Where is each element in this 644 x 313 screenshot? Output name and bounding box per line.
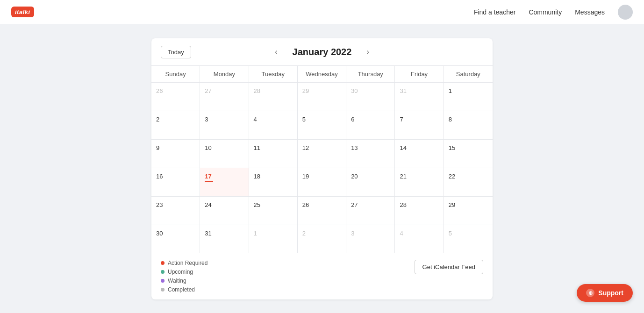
- calendar-day[interactable]: 4: [249, 111, 298, 139]
- day-header-sunday: Sunday: [151, 66, 200, 82]
- calendar-day[interactable]: 27: [200, 83, 249, 111]
- calendar-day[interactable]: 6: [346, 111, 395, 139]
- calendar-day[interactable]: 2: [298, 225, 346, 253]
- day-header-tuesday: Tuesday: [249, 66, 298, 82]
- calendar-grid: SundayMondayTuesdayWednesdayThursdayFrid…: [151, 65, 493, 253]
- day-header-saturday: Saturday: [444, 66, 493, 82]
- support-label: Support: [598, 289, 623, 297]
- calendar-day[interactable]: 24: [200, 197, 249, 225]
- legend-label: Completed: [168, 286, 195, 293]
- calendar-week: 9101112131415: [151, 140, 493, 168]
- calendar-day[interactable]: 4: [395, 225, 444, 253]
- calendar-day[interactable]: 28: [249, 83, 298, 111]
- logo[interactable]: italki: [11, 7, 34, 17]
- calendar-day[interactable]: 1: [249, 225, 298, 253]
- calendar-day[interactable]: 22: [444, 168, 493, 196]
- community-link[interactable]: Community: [529, 8, 562, 16]
- prev-month-button[interactable]: ‹: [271, 46, 281, 58]
- calendar-week: 2345678: [151, 111, 493, 140]
- calendar-day[interactable]: 21: [395, 168, 444, 196]
- legend-item: Action Required: [161, 260, 208, 266]
- day-number: 10: [205, 144, 211, 151]
- day-number: 29: [302, 87, 309, 94]
- ical-button[interactable]: Get iCalendar Feed: [415, 260, 483, 274]
- day-number: 25: [254, 201, 260, 208]
- legend-items: Action RequiredUpcomingWaitingCompleted: [161, 260, 208, 293]
- calendar-day[interactable]: 10: [200, 140, 249, 168]
- calendar-week: 303112345: [151, 225, 493, 253]
- calendar-day[interactable]: 18: [249, 168, 298, 196]
- day-number: 22: [449, 173, 455, 180]
- day-number: 28: [400, 201, 406, 208]
- day-number: 4: [400, 230, 403, 237]
- day-number: 29: [449, 201, 455, 208]
- legend-label: Upcoming: [168, 269, 193, 275]
- avatar[interactable]: [618, 5, 633, 20]
- day-header-thursday: Thursday: [346, 66, 395, 82]
- calendar-day[interactable]: 29: [298, 83, 346, 111]
- calendar-day[interactable]: 2: [151, 111, 200, 139]
- day-number: 8: [449, 116, 452, 123]
- legend-dot: [161, 270, 165, 274]
- day-number: 16: [156, 173, 163, 180]
- calendar-day[interactable]: 12: [298, 140, 346, 168]
- calendar-day[interactable]: 1: [444, 83, 493, 111]
- calendar-day[interactable]: 7: [395, 111, 444, 139]
- day-number: 2: [302, 230, 306, 237]
- day-number: 4: [254, 116, 257, 123]
- calendar-day[interactable]: 5: [298, 111, 346, 139]
- days-header: SundayMondayTuesdayWednesdayThursdayFrid…: [151, 66, 493, 83]
- calendar-day[interactable]: 13: [346, 140, 395, 168]
- calendar-day[interactable]: 28: [395, 197, 444, 225]
- find-teacher-link[interactable]: Find a teacher: [474, 8, 516, 16]
- day-number: 27: [351, 201, 358, 208]
- calendar-day[interactable]: 30: [346, 83, 395, 111]
- today-button[interactable]: Today: [161, 46, 191, 58]
- calendar-day[interactable]: 27: [346, 197, 395, 225]
- day-number: 13: [351, 144, 358, 151]
- day-number: 31: [400, 87, 406, 94]
- calendar-day[interactable]: 17: [200, 168, 249, 196]
- day-number: 11: [254, 144, 260, 151]
- day-number: 3: [205, 116, 208, 123]
- day-number: 2: [156, 116, 159, 123]
- calendar-header: Today ‹ January 2022 ›: [151, 38, 493, 65]
- calendar-day[interactable]: 31: [395, 83, 444, 111]
- day-number: 28: [254, 87, 260, 94]
- day-number: 19: [302, 173, 309, 180]
- day-number: 15: [449, 144, 455, 151]
- calendar-day[interactable]: 25: [249, 197, 298, 225]
- calendar-day[interactable]: 3: [200, 111, 249, 139]
- next-month-button[interactable]: ›: [363, 46, 372, 58]
- calendar-day[interactable]: 19: [298, 168, 346, 196]
- day-number: 17: [205, 173, 211, 180]
- calendar-day[interactable]: 31: [200, 225, 249, 253]
- day-number: 20: [351, 173, 358, 180]
- calendar-day[interactable]: 20: [346, 168, 395, 196]
- calendar-day[interactable]: 15: [444, 140, 493, 168]
- calendar-day[interactable]: 3: [346, 225, 395, 253]
- calendar-day[interactable]: 5: [444, 225, 493, 253]
- calendar-day[interactable]: 23: [151, 197, 200, 225]
- calendar-week: 2627282930311: [151, 83, 493, 111]
- messages-link[interactable]: Messages: [575, 8, 605, 16]
- legend: Action RequiredUpcomingWaitingCompleted …: [151, 253, 493, 299]
- calendar-day[interactable]: 30: [151, 225, 200, 253]
- day-number: 9: [156, 144, 159, 151]
- calendar-day[interactable]: 14: [395, 140, 444, 168]
- calendar-day[interactable]: 16: [151, 168, 200, 196]
- calendar-day[interactable]: 8: [444, 111, 493, 139]
- day-header-monday: Monday: [200, 66, 249, 82]
- day-number: 27: [205, 87, 211, 94]
- calendar-day[interactable]: 26: [151, 83, 200, 111]
- day-number: 18: [254, 173, 260, 180]
- day-header-friday: Friday: [395, 66, 444, 82]
- calendar-day[interactable]: 11: [249, 140, 298, 168]
- calendar-day[interactable]: 9: [151, 140, 200, 168]
- calendar-day[interactable]: 26: [298, 197, 346, 225]
- day-number: 1: [449, 87, 452, 94]
- month-nav: ‹ January 2022 ›: [271, 46, 372, 58]
- calendar-day[interactable]: 29: [444, 197, 493, 225]
- legend-dot: [161, 288, 165, 292]
- support-button[interactable]: ⊕ Support: [577, 284, 633, 302]
